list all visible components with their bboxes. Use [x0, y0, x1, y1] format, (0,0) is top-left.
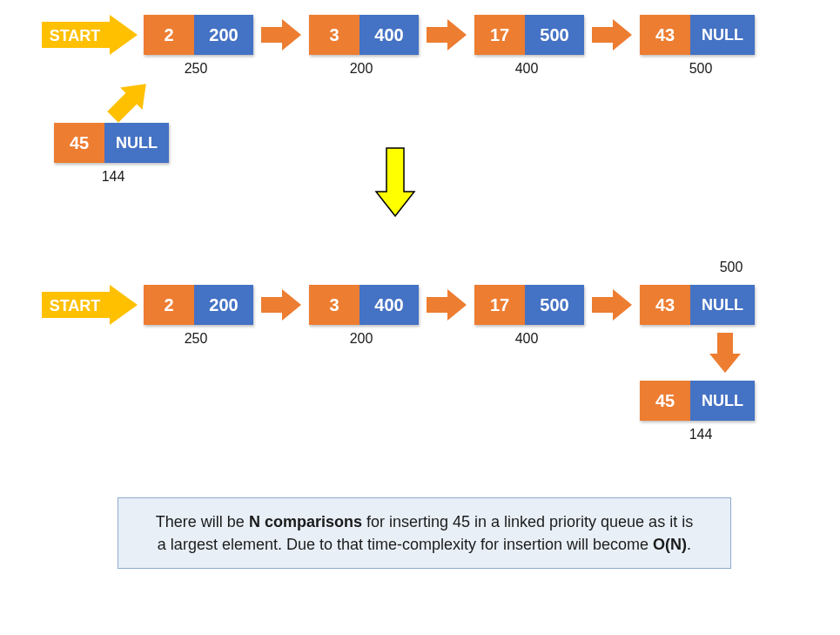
node-ptr: 200 [194, 285, 253, 325]
node-data: 3 [309, 15, 360, 55]
caption-bold2: O(N) [653, 536, 687, 553]
node-ptr: NULL [104, 123, 169, 163]
link-arrow-icon [427, 289, 467, 321]
caption-box: There will be N comparisons for insertin… [118, 497, 731, 569]
node-ptr: NULL [690, 15, 755, 55]
start-label-2: START [50, 297, 101, 314]
node-addr: 250 [161, 61, 231, 77]
node-r2-0: 2 200 [144, 285, 253, 325]
node-addr: 400 [492, 331, 561, 347]
node-addr-above: 500 [696, 260, 766, 275]
node-addr: 200 [326, 61, 396, 77]
link-arrow-icon [427, 19, 467, 51]
node-addr: 500 [666, 61, 736, 77]
node-addr: 144 [666, 427, 736, 442]
node-data: 17 [474, 15, 525, 55]
node-data: 2 [144, 15, 194, 55]
node-data: 45 [640, 381, 690, 421]
node-data: 17 [474, 285, 525, 325]
node-ptr: 400 [360, 15, 419, 55]
svg-marker-1 [261, 19, 301, 51]
node-r1-3: 43 NULL [640, 15, 755, 55]
link-arrow-icon [592, 289, 632, 321]
appended-node: 45 NULL [640, 381, 755, 421]
node-r2-1: 3 400 [309, 285, 419, 325]
node-r2-2: 17 500 [474, 285, 584, 325]
svg-marker-5 [376, 148, 414, 216]
caption-post: . [687, 536, 691, 553]
link-arrow-icon [261, 289, 301, 321]
node-addr: 250 [161, 331, 231, 347]
svg-marker-3 [592, 19, 632, 51]
new-node: 45 NULL [54, 123, 169, 163]
node-data: 45 [54, 123, 104, 163]
node-ptr: NULL [690, 285, 755, 325]
caption-bold1: N comparisons [249, 513, 362, 530]
caption-pre: There will be [156, 513, 249, 530]
svg-marker-9 [592, 289, 632, 321]
node-data: 3 [309, 285, 360, 325]
link-arrow-icon [592, 19, 632, 51]
insert-arrow-icon [103, 75, 155, 127]
node-data: 43 [640, 285, 690, 325]
svg-marker-4 [103, 75, 155, 127]
transition-down-arrow-icon [374, 146, 416, 221]
svg-marker-10 [709, 333, 741, 373]
node-ptr: NULL [690, 381, 755, 421]
link-arrow-icon [261, 19, 301, 51]
svg-marker-2 [427, 19, 467, 51]
node-r1-1: 3 400 [309, 15, 419, 55]
svg-marker-8 [427, 289, 467, 321]
node-ptr: 400 [360, 285, 419, 325]
node-data: 43 [640, 15, 690, 55]
start-label-1: START [50, 27, 101, 44]
start-arrow-1: START [42, 15, 138, 55]
node-addr: 200 [326, 331, 396, 347]
link-down-arrow-icon [709, 333, 741, 373]
node-r1-0: 2 200 [144, 15, 253, 55]
node-r2-3: 43 NULL [640, 285, 755, 325]
start-arrow-2: START [42, 285, 138, 325]
node-ptr: 200 [194, 15, 253, 55]
node-r1-2: 17 500 [474, 15, 584, 55]
svg-marker-7 [261, 289, 301, 321]
node-addr: 144 [78, 169, 148, 185]
node-data: 2 [144, 285, 194, 325]
node-addr: 400 [492, 61, 561, 77]
node-ptr: 500 [525, 285, 584, 325]
node-ptr: 500 [525, 15, 584, 55]
